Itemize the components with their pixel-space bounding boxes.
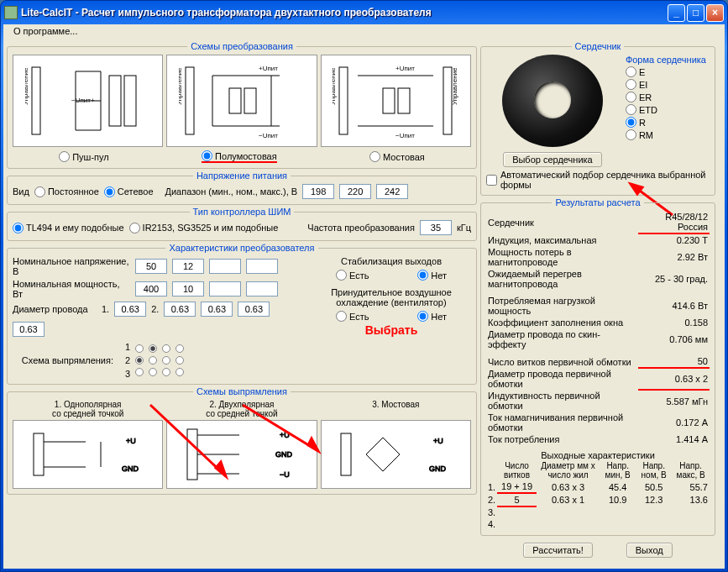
auto-core-checkbox[interactable] <box>486 175 497 186</box>
dwire-label: Диаметр провода <box>13 304 97 314</box>
svg-rect-1 <box>109 76 121 126</box>
fan-label: Принудительное воздушное охлаждение (вен… <box>312 287 471 307</box>
rect-2-4[interactable] <box>175 356 184 365</box>
app-window: Lite-CalcIT - Расчет импульсного трансфо… <box>0 0 728 572</box>
rect-3-1[interactable] <box>135 368 144 376</box>
v1-input[interactable] <box>135 259 167 274</box>
results-table: СердечникR45/28/12 Россия Индукция, макс… <box>486 211 710 445</box>
svg-rect-19 <box>34 433 44 475</box>
v4-input[interactable] <box>246 259 278 274</box>
svg-text:Управление: Управление <box>179 67 183 105</box>
choose-core-button[interactable]: Выбор сердечника <box>503 152 602 167</box>
radio-halfbridge[interactable]: Полумостовая <box>202 150 277 163</box>
schematic-fullbridge: Управление Управление +Uпит −Uпит <box>321 55 471 147</box>
radio-fan-no[interactable]: Нет <box>417 311 447 322</box>
d4-input[interactable] <box>238 302 270 317</box>
menu-about[interactable]: О программе... <box>8 24 82 38</box>
radio-tl494[interactable]: TL494 и ему подобные <box>13 223 124 234</box>
pnom-label: Номинальная мощность, Вт <box>13 279 130 299</box>
rect-3-3[interactable] <box>162 368 170 376</box>
radio-ir2153[interactable]: IR2153, SG3525 и им подобные <box>129 223 279 234</box>
vmax-input[interactable] <box>376 184 408 199</box>
shape-ei[interactable]: EI <box>626 79 647 90</box>
exit-button[interactable]: Выход <box>626 543 673 558</box>
vnom-input[interactable] <box>339 184 371 199</box>
d5-input[interactable] <box>13 322 45 337</box>
choose-annotation: Выбрать <box>312 323 471 337</box>
svg-rect-6 <box>229 88 241 113</box>
svg-text:+U: +U <box>126 437 136 445</box>
svg-rect-11 <box>339 67 348 134</box>
d2-input[interactable] <box>164 302 196 317</box>
svg-text:Управление: Управление <box>333 67 337 105</box>
p4-input[interactable] <box>246 281 278 296</box>
svg-text:+U: +U <box>433 437 443 445</box>
rect-3-4[interactable] <box>175 368 184 376</box>
core-image <box>502 55 603 147</box>
supply-kind-label: Вид <box>13 186 29 197</box>
supply-group: Напряжение питания Вид Постоянное Сетево… <box>7 171 477 205</box>
svg-rect-26 <box>341 433 351 475</box>
stab-label: Стабилизация выходов <box>312 256 471 266</box>
freq-label: Частота преобразования <box>307 223 415 233</box>
rect-3-2[interactable] <box>149 368 157 376</box>
p3-input[interactable] <box>209 281 241 296</box>
topology-legend: Схемы преобразования <box>187 41 296 51</box>
svg-text:+U: +U <box>280 431 290 439</box>
menubar: О программе... <box>3 24 725 38</box>
svg-text:+Uпит: +Uпит <box>395 65 415 72</box>
radio-dc[interactable]: Постоянное <box>34 186 99 197</box>
v3-input[interactable] <box>209 259 241 274</box>
radio-ac[interactable]: Сетевое <box>104 186 154 197</box>
d3-input[interactable] <box>201 302 233 317</box>
svg-rect-14 <box>398 88 410 113</box>
close-button[interactable]: × <box>706 4 724 22</box>
svg-text:GND: GND <box>429 464 447 473</box>
p2-input[interactable] <box>172 281 204 296</box>
svg-text:−Uпит: −Uпит <box>395 132 415 139</box>
svg-rect-5 <box>186 67 194 134</box>
rect-1-3[interactable] <box>162 344 170 353</box>
converter-group: Характеристики преобразователя Номинальн… <box>7 243 477 385</box>
shape-e[interactable]: E <box>626 66 645 77</box>
p1-input[interactable] <box>135 281 167 296</box>
auto-core-label: Автоматический подбор сердечника выбранн… <box>500 170 710 190</box>
titlebar[interactable]: Lite-CalcIT - Расчет импульсного трансфо… <box>1 1 727 24</box>
calc-button[interactable]: Рассчитать! <box>523 543 592 558</box>
svg-text:Управление: Управление <box>451 67 458 105</box>
rect-1-2[interactable] <box>149 344 157 353</box>
rect-1-4[interactable] <box>175 344 184 353</box>
svg-text:+Uпит: +Uпит <box>259 65 278 72</box>
rect-2-1[interactable] <box>135 356 144 365</box>
vnom-label: Номинальное напряжение, В <box>13 256 130 276</box>
rect-1-1[interactable] <box>135 344 144 353</box>
minimize-button[interactable]: _ <box>668 4 685 22</box>
shape-etd[interactable]: ETD <box>626 104 657 115</box>
d1-input[interactable] <box>114 302 146 317</box>
window-title: Lite-CalcIT - Расчет импульсного трансфо… <box>21 7 668 18</box>
svg-rect-22 <box>187 429 197 480</box>
rect-img-2: +UGND−U <box>166 420 317 489</box>
v2-input[interactable] <box>172 259 204 274</box>
outchar-table: Число витков Диаметр мм х число жил Напр… <box>486 460 710 530</box>
shape-r[interactable]: R <box>626 117 646 128</box>
maximize-button[interactable]: □ <box>687 4 704 22</box>
radio-stab-no[interactable]: Нет <box>417 270 447 281</box>
radio-stab-yes[interactable]: Есть <box>336 270 369 281</box>
radio-fan-yes[interactable]: Есть <box>336 311 369 322</box>
results-group: Результаты расчета СердечникR45/28/12 Ро… <box>480 197 715 536</box>
vmin-input[interactable] <box>302 184 334 199</box>
rect-label: Схема выпрямления: <box>13 355 113 365</box>
radio-fullbridge[interactable]: Мостовая <box>369 151 425 162</box>
app-icon <box>4 6 18 19</box>
radio-pushpull[interactable]: Пуш-пул <box>59 151 109 162</box>
outchar-legend: Выходные характеристики <box>486 450 710 460</box>
schematic-halfbridge: Управление +Uпит −Uпит <box>166 55 317 147</box>
freq-input[interactable] <box>420 220 452 235</box>
svg-rect-13 <box>383 88 395 113</box>
shape-rm[interactable]: RM <box>626 129 653 140</box>
rect-2-3[interactable] <box>162 356 170 365</box>
shape-er[interactable]: ER <box>626 92 652 102</box>
pwm-group: Тип контроллера ШИМ TL494 и ему подобные… <box>7 207 477 241</box>
rect-2-2[interactable] <box>149 356 157 365</box>
